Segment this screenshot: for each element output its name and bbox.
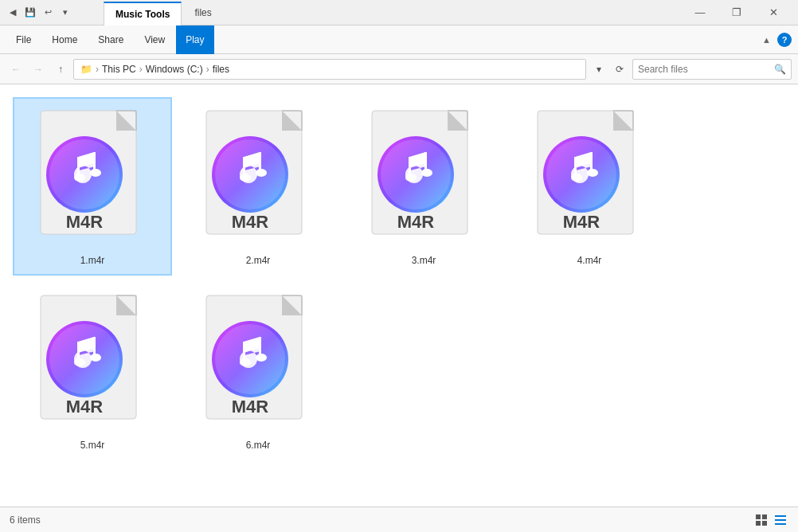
undo-icon: ↩ [41, 6, 54, 19]
address-refresh-button[interactable]: ⟳ [610, 60, 629, 79]
address-field[interactable]: 📁 › This PC › Windows (C:) › files [73, 59, 586, 80]
ribbon: File Home Share View Play ▲ ? [0, 25, 798, 54]
file-icon: M4R [198, 291, 318, 435]
nav-back-button[interactable]: ← [6, 60, 25, 79]
file-icon: M4R [364, 107, 483, 250]
svg-rect-48 [756, 514, 761, 519]
search-box[interactable]: 🔍 [632, 59, 792, 80]
svg-rect-49 [762, 514, 767, 519]
svg-point-5 [74, 174, 85, 182]
list-item[interactable]: M4R1.m4r [13, 97, 172, 276]
titlebar-system-icons: ◀ 💾 ↩ ▾ [6, 6, 72, 19]
svg-text:M4R: M4R [232, 212, 269, 232]
svg-point-13 [240, 174, 251, 182]
svg-point-6 [90, 169, 101, 177]
svg-rect-4 [93, 152, 96, 171]
address-right-controls: ▾ ⟳ [589, 60, 629, 79]
svg-rect-53 [775, 519, 786, 521]
search-input[interactable] [638, 64, 771, 75]
ribbon-tab-home[interactable]: Home [42, 25, 87, 54]
breadcrumb-sep-1: › [96, 64, 99, 75]
list-item[interactable]: M4R6.m4r [178, 282, 338, 460]
svg-point-38 [90, 354, 101, 362]
breadcrumb-folder-icon: 📁 [80, 64, 92, 75]
ribbon-tab-play[interactable]: Play [176, 25, 213, 54]
svg-rect-35 [77, 342, 80, 361]
svg-text:M4R: M4R [397, 212, 435, 232]
view-large-icons-button[interactable] [753, 512, 769, 528]
svg-point-37 [74, 358, 85, 366]
minimize-button[interactable]: — [682, 0, 718, 25]
tab-music-tools[interactable]: Music Tools [104, 2, 182, 25]
addressbar: ← → ↑ 📁 › This PC › Windows (C:) › files… [0, 54, 798, 84]
svg-rect-36 [93, 337, 96, 356]
breadcrumb-this-pc[interactable]: This PC [102, 64, 136, 75]
svg-text:M4R: M4R [66, 397, 104, 417]
file-label: 5.m4r [80, 440, 105, 451]
save-icon: 💾 [24, 6, 37, 19]
svg-rect-54 [775, 523, 786, 525]
file-grid: M4R1.m4rM4R2.m4rM4R3.m4rM4R4.m4rM4R5.m4r… [0, 84, 798, 507]
list-item[interactable]: M4R4.m4r [510, 97, 669, 276]
file-label: 6.m4r [246, 440, 271, 451]
file-icon: M4R [33, 107, 152, 250]
breadcrumb-windows-c[interactable]: Windows (C:) [146, 64, 203, 75]
titlebar-title: files [194, 7, 211, 18]
svg-rect-27 [574, 157, 577, 176]
svg-text:M4R: M4R [232, 397, 269, 417]
svg-point-14 [256, 169, 267, 177]
file-icon: M4R [530, 107, 649, 250]
breadcrumb-sep-2: › [139, 64, 143, 75]
address-dropdown-button[interactable]: ▾ [589, 60, 608, 79]
breadcrumb-sep-3: › [206, 64, 209, 75]
back-arrow-icon: ◀ [6, 6, 19, 19]
file-icon: M4R [198, 107, 318, 250]
svg-text:M4R: M4R [563, 212, 600, 232]
svg-rect-52 [775, 515, 786, 517]
svg-rect-50 [756, 521, 761, 526]
titlebar: ◀ 💾 ↩ ▾ Music Tools files — ❐ ✕ [0, 0, 798, 25]
content-area: M4R1.m4rM4R2.m4rM4R3.m4rM4R4.m4rM4R5.m4r… [0, 84, 798, 507]
breadcrumb-files[interactable]: files [213, 64, 229, 75]
ribbon-tab-share[interactable]: Share [88, 25, 133, 54]
list-item[interactable]: M4R5.m4r [13, 282, 172, 460]
svg-rect-19 [409, 157, 411, 176]
svg-rect-51 [762, 521, 767, 526]
svg-rect-12 [259, 152, 261, 171]
ribbon-collapse-arrow[interactable]: ▲ [759, 32, 774, 48]
help-button[interactable]: ? [777, 33, 792, 47]
ribbon-tab-view[interactable]: View [135, 25, 174, 54]
ribbon-tab-file[interactable]: File [6, 25, 41, 54]
statusbar: 6 items [0, 507, 798, 532]
window-controls: — ❐ ✕ [682, 0, 792, 25]
file-label: 2.m4r [246, 255, 271, 266]
svg-rect-43 [243, 342, 245, 361]
file-label: 4.m4r [577, 255, 602, 266]
svg-rect-28 [590, 152, 593, 171]
close-button[interactable]: ✕ [755, 0, 792, 25]
nav-forward-button[interactable]: → [29, 60, 48, 79]
ribbon-extra: ▲ ? [759, 32, 792, 48]
restore-button[interactable]: ❐ [718, 0, 755, 25]
svg-text:M4R: M4R [66, 212, 104, 232]
svg-rect-44 [259, 337, 261, 356]
statusbar-right [753, 512, 788, 528]
svg-point-22 [421, 169, 432, 177]
svg-point-46 [256, 354, 267, 362]
list-item[interactable]: M4R3.m4r [344, 97, 503, 276]
svg-point-21 [405, 174, 417, 182]
svg-point-30 [587, 169, 598, 177]
search-icon: 🔍 [774, 64, 786, 75]
svg-point-45 [240, 358, 251, 366]
view-details-button[interactable] [773, 512, 788, 528]
svg-rect-3 [77, 157, 80, 176]
svg-rect-20 [424, 152, 427, 171]
file-label: 1.m4r [80, 255, 105, 266]
nav-up-button[interactable]: ↑ [51, 60, 70, 79]
list-item[interactable]: M4R2.m4r [178, 97, 338, 276]
dropdown-icon[interactable]: ▾ [59, 6, 72, 19]
file-icon: M4R [33, 291, 152, 435]
svg-rect-11 [243, 157, 245, 176]
titlebar-tabs: Music Tools [104, 0, 182, 25]
file-label: 3.m4r [412, 255, 436, 266]
